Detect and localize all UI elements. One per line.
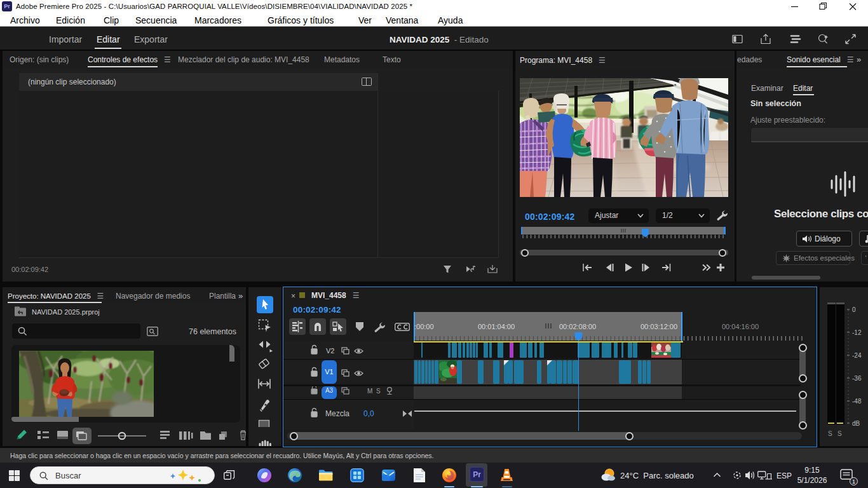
svg-text:-12: -12 [852, 329, 862, 336]
svg-text:M S: M S [367, 388, 381, 395]
svg-text:0: 0 [852, 306, 856, 313]
svg-text:-36: -36 [852, 375, 862, 382]
svg-text:V2: V2 [326, 347, 334, 355]
svg-text:-48: -48 [852, 398, 862, 405]
svg-text:ESP: ESP [776, 471, 792, 480]
svg-text:-24: -24 [852, 352, 862, 359]
svg-text:dB: dB [852, 420, 860, 427]
